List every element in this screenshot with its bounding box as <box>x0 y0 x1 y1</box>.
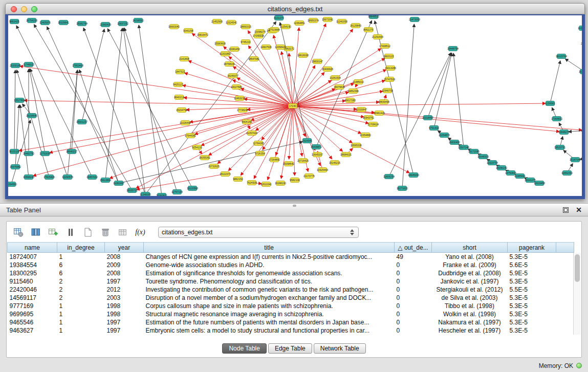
graph-edge[interactable] <box>14 70 15 151</box>
graph-edge[interactable] <box>47 27 119 183</box>
cell-year[interactable]: 1997 <box>105 326 144 335</box>
cell-pagerank[interactable]: 5.3E-5 <box>508 310 556 318</box>
cell-in_degree[interactable]: 1 <box>57 253 105 261</box>
table-row[interactable]: 911546021997Tourette syndrome. Phenomeno… <box>8 277 574 286</box>
scrollbar-thumb[interactable] <box>575 254 580 282</box>
cell-out_degree[interactable]: 0 <box>395 310 432 318</box>
cell-name[interactable]: 19384554 <box>8 261 57 269</box>
graph-edge[interactable] <box>280 23 307 141</box>
table-row[interactable]: 946554611997Estimation of the future num… <box>8 318 574 326</box>
graph-edge[interactable] <box>20 66 293 106</box>
graph-node[interactable]: 16406928 <box>322 67 333 72</box>
graph-node[interactable]: 18015764 <box>556 54 567 59</box>
cell-pagerank[interactable]: 5.5E-5 <box>508 286 556 294</box>
graph-node[interactable]: 15672091 <box>322 17 333 22</box>
cell-pagerank[interactable]: 5.3E-5 <box>508 253 556 261</box>
graph-node[interactable]: 9745210 <box>241 40 251 45</box>
graph-node[interactable]: 19172085 <box>468 149 480 154</box>
cell-title[interactable]: Corpus callosum shape and size in male p… <box>144 302 395 310</box>
cell-year[interactable]: 1998 <box>105 302 144 310</box>
cell-year[interactable]: 2012 <box>105 286 144 294</box>
graph-node[interactable]: 9254133 <box>192 145 202 150</box>
graph-edge[interactable] <box>110 106 293 179</box>
cell-in_degree[interactable]: 1 <box>57 310 105 318</box>
graph-node[interactable]: 15901237 <box>76 120 88 124</box>
graph-node[interactable]: 11026460 <box>180 121 191 125</box>
cell-name[interactable]: 18300295 <box>8 269 57 277</box>
graph-node[interactable]: 9603115 <box>384 54 394 59</box>
graph-node[interactable]: 18649510 <box>368 15 379 19</box>
network-table-selector[interactable]: citations_edges.txt <box>158 227 359 238</box>
graph-node[interactable]: 12058429 <box>275 45 286 50</box>
graph-node[interactable]: 13948275 <box>558 130 570 135</box>
cell-year[interactable]: 2008 <box>105 269 144 277</box>
graph-node[interactable]: 16935720 <box>126 188 138 193</box>
graph-node[interactable]: 18839498 <box>378 100 389 104</box>
cell-title[interactable]: Genome-wide association studies in ADHD. <box>144 261 395 269</box>
graph-node[interactable]: 9425127 <box>173 82 183 87</box>
cell-short[interactable]: Tibbo et al. (1998) <box>432 302 508 310</box>
graph-node[interactable]: 1847521 <box>175 70 185 74</box>
graph-node[interactable]: 16961429 <box>374 111 385 116</box>
graph-edge[interactable] <box>30 69 45 154</box>
graph-node[interactable]: 16482750 <box>23 151 34 156</box>
create-table-icon[interactable] <box>81 226 95 239</box>
graph-node[interactable]: 16055361 <box>199 156 210 160</box>
show-columns-icon[interactable] <box>29 226 42 239</box>
graph-node[interactable]: 20330185 <box>10 63 21 68</box>
cell-short[interactable]: Yano et al. (2008) <box>432 253 508 261</box>
graph-node[interactable]: 14852396 <box>347 89 359 94</box>
graph-node[interactable]: 20732625 <box>208 164 220 169</box>
cell-in_degree[interactable]: 2 <box>57 286 105 294</box>
graph-node[interactable]: 16223948 <box>579 70 582 74</box>
cell-out_degree[interactable]: 0 <box>395 294 432 302</box>
graph-edge[interactable] <box>550 61 560 103</box>
cell-short[interactable]: Wolkin et al. (1998) <box>432 310 508 318</box>
cell-short[interactable]: Franke et al. (2009) <box>432 261 508 269</box>
graph-edge[interactable] <box>293 103 546 106</box>
new-column-icon[interactable] <box>47 226 60 239</box>
graph-edge[interactable] <box>228 106 293 171</box>
selection-mode-icon[interactable] <box>64 226 77 239</box>
tab-network-table[interactable]: Network Table <box>314 343 366 354</box>
graph-node[interactable]: 19830147 <box>312 59 323 64</box>
graph-node[interactable]: 12940703 <box>382 89 393 93</box>
cell-short[interactable]: Hescheler et al. (1997) <box>432 326 508 335</box>
graph-svg[interactable]: 1724021418081847521942512786402131520479… <box>8 15 582 196</box>
cell-short[interactable]: de Silva et al. (2003) <box>432 294 508 302</box>
graph-node[interactable]: 20758613 <box>581 41 582 46</box>
graph-edge[interactable] <box>293 58 385 106</box>
graph-node[interactable]: 12619458 <box>534 181 545 186</box>
graph-edge[interactable] <box>569 130 582 132</box>
graph-node[interactable]: 18660315 <box>240 25 251 29</box>
cell-in_degree[interactable]: 2 <box>57 294 105 302</box>
cell-name[interactable]: 9699695 <box>8 310 57 318</box>
graph-node[interactable]: 14375982 <box>10 165 21 169</box>
graph-edge[interactable] <box>293 106 315 150</box>
graph-node[interactable]: 11923754 <box>487 161 498 165</box>
cell-name[interactable]: 9115460 <box>8 277 57 286</box>
graph-node[interactable]: 18296140 <box>496 166 507 170</box>
cell-short[interactable]: Nakamura et al. (1997) <box>432 318 508 326</box>
graph-node[interactable]: 12201863 <box>220 52 231 56</box>
graph-node[interactable]: 19013286 <box>385 66 396 71</box>
graph-node[interactable]: 9904158 <box>242 120 252 124</box>
column-header-in_degree[interactable]: in_degree <box>57 243 105 253</box>
graph-edge[interactable] <box>453 53 464 147</box>
graph-node[interactable]: 19064238 <box>581 157 582 161</box>
column-header-short[interactable]: short <box>432 243 508 253</box>
cell-out_degree[interactable]: 0 <box>395 318 432 326</box>
graph-node[interactable]: 13290578 <box>62 175 73 180</box>
graph-node[interactable]: 21485010 <box>353 80 364 84</box>
graph-edge[interactable] <box>289 53 293 106</box>
graph-node[interactable]: 17738246 <box>237 108 248 113</box>
import-table-icon[interactable] <box>116 226 129 239</box>
close-window-button[interactable] <box>11 6 17 12</box>
graph-node[interactable]: 10463215 <box>234 96 245 101</box>
cell-name[interactable]: 9777169 <box>8 302 57 310</box>
graph-node[interactable]: 17408512 <box>379 44 390 49</box>
graph-edge[interactable] <box>289 106 293 159</box>
table-row[interactable]: 946362711997Embryonic stem cells: a mode… <box>8 326 574 335</box>
graph-node[interactable]: 20018457 <box>422 116 433 120</box>
cell-year[interactable]: 1998 <box>105 310 144 318</box>
